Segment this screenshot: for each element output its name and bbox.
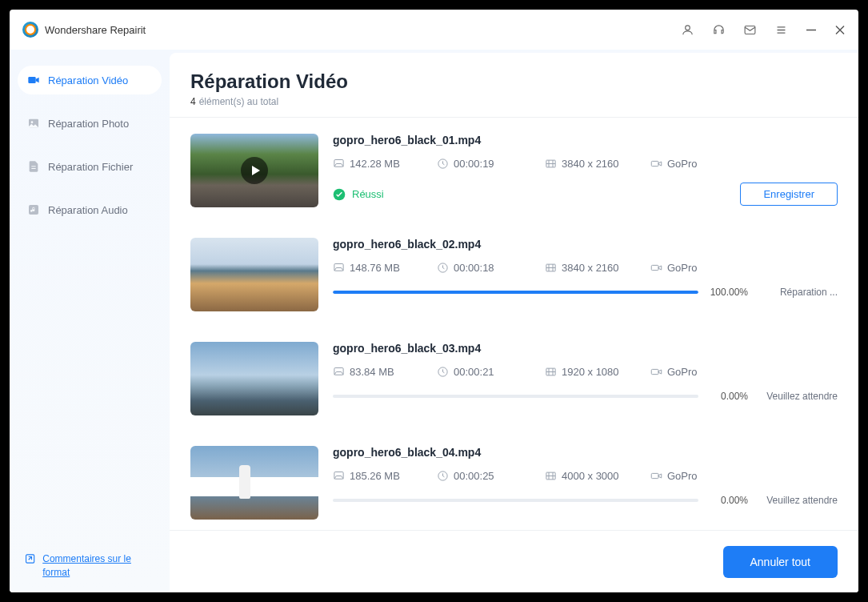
camera-icon [650,470,662,482]
svg-rect-5 [28,77,35,83]
svg-point-0 [686,25,690,30]
photo-icon [27,117,40,130]
sidebar-item-label: Réparation Fichier [48,161,133,173]
feedback-link[interactable]: Commentaires sur le format [18,552,162,580]
sidebar-item-audio[interactable]: Réparation Audio [18,195,162,224]
save-button[interactable]: Enregistrer [740,183,838,206]
status-label: Veuillez attendre [758,495,838,506]
item-list: gopro_hero6_black_01.mp4 142.28 MB 00:00… [170,118,858,530]
thumbnail[interactable] [190,238,318,311]
list-item: gopro_hero6_black_03.mp4 83.84 MB 00:00:… [190,326,838,430]
status-label: Veuillez attendre [758,391,838,402]
file-name: gopro_hero6_black_02.mp4 [333,238,838,251]
titlebar: Wondershare Repairit [10,10,858,50]
check-circle-icon [333,188,346,201]
svg-rect-15 [651,161,658,166]
disk-icon [333,366,345,378]
mail-icon[interactable] [743,23,757,37]
progress-bar [333,395,698,398]
meta-device: GoPro [650,158,698,170]
sidebar-item-label: Réparation Audio [48,204,128,216]
meta-duration: 00:00:25 [437,470,545,482]
cancel-all-button[interactable]: Annuler tout [723,546,838,578]
svg-point-7 [31,121,34,123]
disk-icon [333,262,345,274]
svg-rect-17 [334,264,343,271]
progress-percent: 0.00% [708,391,748,402]
meta-resolution: 1920 x 1080 [545,366,650,378]
meta-resolution: 4000 x 3000 [545,470,650,482]
video-icon [27,74,40,86]
list-item: gopro_hero6_black_04.mp4 185.26 MB 00:00… [190,430,838,530]
svg-rect-24 [651,369,658,374]
meta-device: GoPro [650,366,698,378]
meta-resolution: 3840 x 2160 [545,262,650,274]
progress-fill [333,291,698,294]
thumbnail[interactable] [190,134,318,207]
progress-percent: 0.00% [708,495,748,506]
item-info: gopro_hero6_black_03.mp4 83.84 MB 00:00:… [333,342,838,415]
resolution-icon [545,262,557,274]
progress-bar [333,291,698,294]
resolution-icon [545,366,557,378]
resolution-icon [545,470,557,482]
sidebar-item-label: Réparation Vidéo [48,74,128,86]
svg-rect-9 [31,168,35,169]
sidebar-item-photo[interactable]: Réparation Photo [18,109,162,138]
meta-device: GoPro [650,262,698,274]
clock-icon [437,262,449,274]
thumbnail[interactable] [190,446,318,520]
minimize-button[interactable] [806,24,817,35]
app-title: Wondershare Repairit [45,24,146,36]
svg-rect-20 [651,265,658,270]
page-title: Réparation Vidéo [190,70,838,93]
list-item: gopro_hero6_black_02.mp4 148.76 MB 00:00… [190,222,838,326]
titlebar-right [681,23,846,37]
camera-icon [650,158,662,170]
close-button[interactable] [834,24,846,35]
thumbnail[interactable] [190,342,318,415]
titlebar-left: Wondershare Repairit [22,22,146,38]
feedback-icon [24,552,36,565]
meta-resolution: 3840 x 2160 [545,158,650,170]
file-icon [27,160,40,173]
page-header: Réparation Vidéo 4élément(s) au total [170,53,858,118]
file-name: gopro_hero6_black_04.mp4 [333,446,838,459]
meta-size: 83.84 MB [333,366,437,378]
user-icon[interactable] [681,23,694,37]
clock-icon [437,366,449,378]
menu-icon[interactable] [774,23,788,37]
status-text: Réussi [352,188,384,200]
support-icon[interactable] [712,23,726,37]
app-logo-icon [22,22,38,38]
sidebar: Réparation Vidéo Réparation Photo Répara… [10,50,170,592]
sidebar-item-label: Réparation Photo [48,118,129,130]
audio-icon [27,203,40,216]
resolution-icon [545,158,557,170]
progress-percent: 100.00% [708,287,748,298]
clock-icon [437,158,449,170]
meta-size: 142.28 MB [333,158,437,170]
svg-rect-21 [334,368,343,375]
status-row: Réussi Enregistrer [333,183,838,206]
svg-rect-25 [334,472,343,480]
camera-icon [650,262,662,274]
main: Réparation Vidéo 4élément(s) au total go… [170,53,858,592]
meta-duration: 00:00:18 [437,262,545,274]
meta-duration: 00:00:21 [437,366,545,378]
sidebar-item-video[interactable]: Réparation Vidéo [18,66,162,94]
item-info: gopro_hero6_black_02.mp4 148.76 MB 00:00… [333,238,838,311]
disk-icon [333,158,345,170]
progress-row: 0.00% Veuillez attendre [333,391,838,402]
play-icon[interactable] [241,157,268,184]
meta-row: 148.76 MB 00:00:18 3840 x 2160 GoPro [333,262,838,274]
meta-device: GoPro [650,470,698,482]
meta-row: 185.26 MB 00:00:25 4000 x 3000 GoPro [333,470,838,482]
progress-bar [333,499,698,502]
camera-icon [650,366,662,378]
footer: Annuler tout [170,530,858,592]
sidebar-item-file[interactable]: Réparation Fichier [18,152,162,181]
list-item: gopro_hero6_black_01.mp4 142.28 MB 00:00… [190,118,838,222]
feedback-text[interactable]: Commentaires sur le format [42,552,155,580]
meta-duration: 00:00:19 [437,158,545,170]
